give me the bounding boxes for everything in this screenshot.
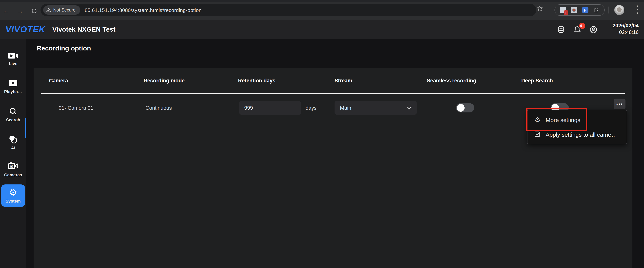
sidebar-item-label: System	[6, 198, 21, 203]
sidebar-item-cameras[interactable]: ⚙ Cameras	[0, 157, 26, 181]
security-label: Not Secure	[53, 8, 76, 12]
sidebar: Live Playba… Search AI ⚙ Cameras ⚙ Syste…	[0, 39, 26, 268]
notification-badge: 9+	[579, 22, 585, 29]
puzzle-icon[interactable]	[593, 7, 600, 13]
stream-select[interactable]: Main	[334, 101, 417, 115]
sidebar-item-playback[interactable]: Playba…	[0, 75, 26, 99]
extension-icon-2[interactable]	[571, 7, 577, 13]
live-camera-icon	[8, 52, 18, 59]
bookmark-star-icon[interactable]	[536, 5, 543, 12]
account-icon[interactable]	[589, 25, 598, 34]
reload-icon[interactable]	[29, 6, 39, 16]
recording-options-table: Camera Recording mode Retention days Str…	[34, 68, 632, 268]
column-header-seamless-recording: Seamless recording	[427, 78, 476, 84]
search-icon	[9, 107, 17, 115]
row-context-menu: ⚙ More settings Apply settings to all ca…	[527, 110, 627, 144]
extension-icon-3[interactable]: F	[582, 7, 588, 13]
sidebar-item-label: Playba…	[4, 89, 22, 94]
browser-tab-strip	[0, 0, 644, 2]
column-header-retention-days: Retention days	[238, 78, 276, 84]
sidebar-item-label: Cameras	[4, 172, 22, 177]
kebab-menu-icon[interactable]: •••	[634, 5, 640, 15]
retention-days-input[interactable]	[239, 101, 301, 115]
extension-error-badge: !	[564, 10, 568, 15]
app-header: VIVOTEK Vivotek NXGEN Test	[0, 20, 644, 39]
not-secure-chip[interactable]: Not Secure	[43, 5, 80, 15]
extension-icon-1[interactable]: !	[560, 7, 566, 13]
column-header-deep-search: Deep Search	[521, 78, 553, 84]
time-text: 02:48:16	[612, 29, 638, 35]
sidebar-item-label: Search	[6, 117, 20, 122]
forward-icon[interactable]: →	[15, 6, 25, 16]
warning-icon	[46, 8, 51, 12]
sidebar-item-label: Live	[9, 61, 17, 66]
sidebar-item-label: AI	[11, 145, 15, 150]
browser-profile-avatar[interactable]	[614, 5, 624, 15]
menu-item-label: More settings	[546, 117, 580, 123]
vivotek-logo: VIVOTEK	[6, 24, 45, 34]
playback-icon	[8, 80, 18, 87]
retention-unit-label: days	[306, 94, 316, 122]
checkbox-icon	[534, 131, 541, 137]
sidebar-item-search[interactable]: Search	[0, 102, 26, 126]
datetime: 2026/02/04 02:48:16	[612, 23, 638, 35]
page-title: Recording option	[37, 45, 91, 52]
url-text: 85.61.151.194:8080/system.html#/recordin…	[85, 7, 202, 13]
storage-icon[interactable]	[557, 25, 565, 34]
svg-text:⚙: ⚙	[10, 164, 14, 169]
back-icon[interactable]: ←	[1, 6, 11, 16]
date-text: 2026/02/04	[612, 23, 638, 28]
app-title: Vivotek NXGEN Test	[52, 26, 116, 33]
toolbar-separator	[608, 6, 608, 13]
cameras-icon: ⚙	[8, 162, 18, 170]
sidebar-item-live[interactable]: Live	[0, 47, 26, 71]
menu-item-more-settings[interactable]: ⚙ More settings	[528, 113, 627, 127]
system-gear-icon: ⚙	[9, 188, 17, 197]
extensions-pill: ! F	[554, 4, 605, 16]
url-bar[interactable]: Not Secure 85.61.151.194:8080/system.htm…	[40, 4, 536, 16]
sidebar-item-system[interactable]: ⚙ System	[1, 184, 25, 207]
chevron-down-icon	[407, 106, 412, 110]
main-content: Recording option Camera Recording mode R…	[26, 39, 644, 268]
notifications-bell-icon[interactable]: 9+	[573, 25, 582, 34]
header-icons: 9+	[557, 20, 598, 39]
row-more-button[interactable]: •••	[614, 99, 626, 109]
column-header-recording-mode: Recording mode	[144, 78, 185, 84]
sidebar-item-ai[interactable]: AI	[0, 131, 26, 154]
column-header-camera: Camera	[49, 78, 68, 84]
seamless-recording-toggle[interactable]	[456, 103, 474, 113]
menu-item-apply-settings[interactable]: Apply settings to all came…	[528, 127, 627, 142]
stream-selected-value: Main	[340, 105, 351, 111]
column-header-stream: Stream	[334, 78, 352, 84]
menu-item-label: Apply settings to all came…	[546, 131, 617, 138]
ai-icon	[8, 135, 18, 143]
recording-mode-value: Continuous	[146, 94, 172, 122]
gear-icon: ⚙	[534, 117, 541, 123]
camera-name: 01- Camera 01	[59, 94, 94, 122]
screen: ← → Not Secure 85.61.151.194:8080/system…	[0, 0, 644, 268]
